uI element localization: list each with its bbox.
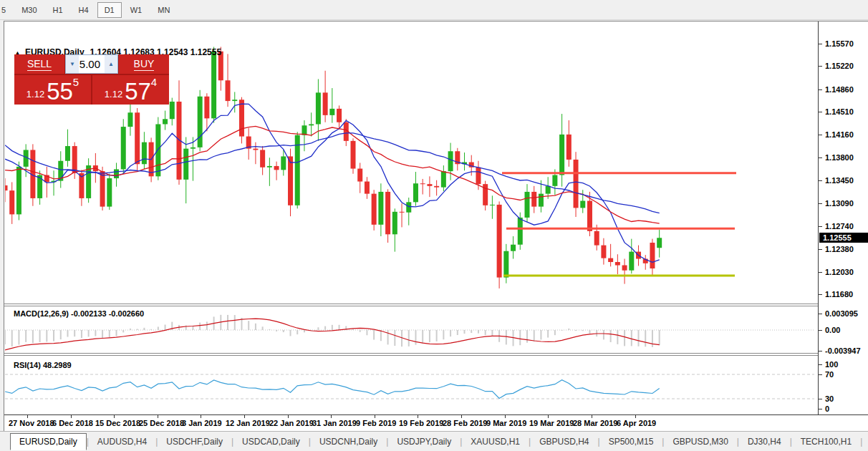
timeframe-button-h4[interactable]: H4 <box>72 2 96 18</box>
axis-tick <box>201 415 201 418</box>
mt4-workspace: 5M30H1H4D1W1MN ▲EURUSD,Daily1.12604 1.12… <box>0 0 868 451</box>
axis-tick <box>819 314 822 314</box>
chart-tab-uko[interactable]: UKO <box>862 434 868 450</box>
axis-tick <box>819 409 822 409</box>
date-axis[interactable]: 27 Nov 20186 Dec 201815 Dec 201825 Dec 2… <box>4 414 868 430</box>
date-tick-label: 6 Apr 2019 <box>617 419 656 427</box>
axis-tick <box>819 226 822 227</box>
price-tick-label: 1.15220 <box>825 62 854 70</box>
axis-tick <box>461 415 462 418</box>
date-tick-label: 19 Feb 2019 <box>399 419 443 427</box>
chart-tab-gbpusd[interactable]: GBPUSD,H4 <box>531 434 597 450</box>
price-tick-label: 1.13450 <box>825 176 854 185</box>
chart-tab-usdcad[interactable]: USDCAD,Daily <box>233 434 309 450</box>
axis-tick <box>819 272 822 273</box>
rsi-tick-label: 100 <box>825 360 838 369</box>
volume-increase-icon[interactable]: ▲ <box>105 55 117 73</box>
axis-tick <box>548 415 549 418</box>
macd-tick-label: 0.003095 <box>825 309 858 318</box>
price-tick-label: 1.11680 <box>825 290 853 299</box>
one-click-trade-panel: SELL ▼ 5.00 ▲ BUY 1.12555 1.12574 <box>14 54 169 105</box>
axis-tick <box>819 66 822 67</box>
date-tick-label: 28 Mar 2019 <box>573 419 617 427</box>
price-axis[interactable]: 1.155701.152201.148601.145101.141601.138… <box>819 21 868 414</box>
date-tick-label: 19 Mar 2019 <box>529 419 574 427</box>
axis-tick <box>158 415 158 418</box>
timeframe-button-5[interactable]: 5 <box>0 2 13 18</box>
pane-separator[interactable] <box>4 306 868 306</box>
rsi-line <box>5 380 660 399</box>
pane-separator[interactable] <box>4 353 868 354</box>
buy-price-display[interactable]: 1.12574 <box>92 75 169 105</box>
price-tick-label: 1.14510 <box>825 107 854 116</box>
axis-tick <box>244 415 245 418</box>
axis-tick <box>819 203 822 204</box>
chart-tab-tech100[interactable]: TECH100,H1 <box>792 434 860 450</box>
axis-tick <box>114 415 115 418</box>
macd-tick-label: -0.003947 <box>825 346 861 355</box>
chart-tab-audusd[interactable]: AUDUSD,H4 <box>89 434 155 450</box>
chart-tab-bar: EURUSD,Daily|AUDUSD,H4|USDCHF,Daily|USDC… <box>0 431 868 451</box>
chart-tab-xauusd[interactable]: XAUUSD,H1 <box>462 434 529 450</box>
buy-button[interactable]: BUY <box>119 54 169 74</box>
volume-decrease-icon[interactable]: ▼ <box>66 55 79 73</box>
timeframe-button-w1[interactable]: W1 <box>123 2 150 18</box>
timeframe-button-d1[interactable]: D1 <box>97 2 122 18</box>
axis-tick <box>819 112 822 112</box>
macd-indicator-label: MACD(12,26,9) -0.002133 -0.002660 <box>14 309 144 318</box>
axis-tick <box>819 399 822 399</box>
axis-tick <box>819 364 822 365</box>
price-tick-label: 1.12740 <box>825 222 854 231</box>
axis-tick <box>819 374 822 375</box>
axis-tick <box>819 135 822 135</box>
sell-button[interactable]: SELL <box>14 54 64 74</box>
axis-tick <box>71 415 72 418</box>
volume-spinner: ▼ 5.00 ▲ <box>65 54 118 74</box>
date-tick-label: 9 Mar 2019 <box>486 419 526 427</box>
rsi-pane <box>5 374 814 399</box>
rsi-tick-label: 30 <box>825 394 834 403</box>
axis-tick <box>505 415 506 418</box>
timeframe-button-mn[interactable]: MN <box>150 2 177 18</box>
timeframe-button-m30[interactable]: M30 <box>14 2 44 18</box>
chart-tab-usdchf[interactable]: USDCHF,Daily <box>158 434 231 450</box>
chart-window: ▲EURUSD,Daily1.12604 1.12683 1.12543 1.1… <box>4 21 868 432</box>
current-price-tag: 1.12555 <box>819 233 868 243</box>
axis-tick <box>375 415 375 418</box>
volume-input[interactable]: 5.00 <box>79 55 105 73</box>
price-tick-label: 1.15570 <box>825 39 854 48</box>
timeframe-button-h1[interactable]: H1 <box>46 2 70 18</box>
rsi-tick-label: 70 <box>825 370 834 379</box>
macd-pane <box>4 315 814 350</box>
date-tick-label: 28 Feb 2019 <box>443 419 487 427</box>
axis-tick <box>819 44 822 44</box>
pane-separator[interactable] <box>4 304 868 304</box>
price-tick-label: 1.14860 <box>825 85 854 94</box>
chart-tab-eurusd[interactable]: EURUSD,Daily <box>10 433 87 450</box>
date-tick-label: 31 Jan 2019 <box>312 419 357 427</box>
chart-tab-dj30[interactable]: DJ30,H4 <box>739 434 790 450</box>
macd-tick-label: 0.00 <box>825 326 840 334</box>
date-tick-label: 9 Feb 2019 <box>356 419 396 427</box>
axis-tick <box>819 249 822 250</box>
axis-tick <box>819 330 822 331</box>
chart-tab-usdjpy[interactable]: USDJPY,Daily <box>388 434 460 450</box>
axis-tick <box>819 89 822 90</box>
axis-tick <box>635 415 636 418</box>
date-tick-label: 27 Nov 2018 <box>9 419 54 427</box>
price-tick-label: 1.12030 <box>825 268 854 276</box>
axis-tick <box>819 180 822 181</box>
chart-tab-sp500[interactable]: SP500,M15 <box>600 434 662 450</box>
rsi-indicator-label: RSI(14) 48.2989 <box>14 361 72 369</box>
date-tick-label: 12 Jan 2019 <box>226 419 270 427</box>
price-tick-label: 1.12380 <box>825 245 854 253</box>
pane-separator[interactable] <box>4 355 868 356</box>
price-tick-label: 1.14160 <box>825 130 854 139</box>
sell-price-display[interactable]: 1.12555 <box>14 75 91 105</box>
date-tick-label: 15 Dec 2018 <box>95 419 140 427</box>
axis-tick <box>27 415 28 418</box>
date-tick-label: 6 Dec 2018 <box>52 419 93 427</box>
price-tick-label: 1.13800 <box>825 153 854 162</box>
chart-tab-gbpusd[interactable]: GBPUSD,M30 <box>664 434 736 450</box>
chart-tab-usdcnh[interactable]: USDCNH,Daily <box>311 434 386 450</box>
